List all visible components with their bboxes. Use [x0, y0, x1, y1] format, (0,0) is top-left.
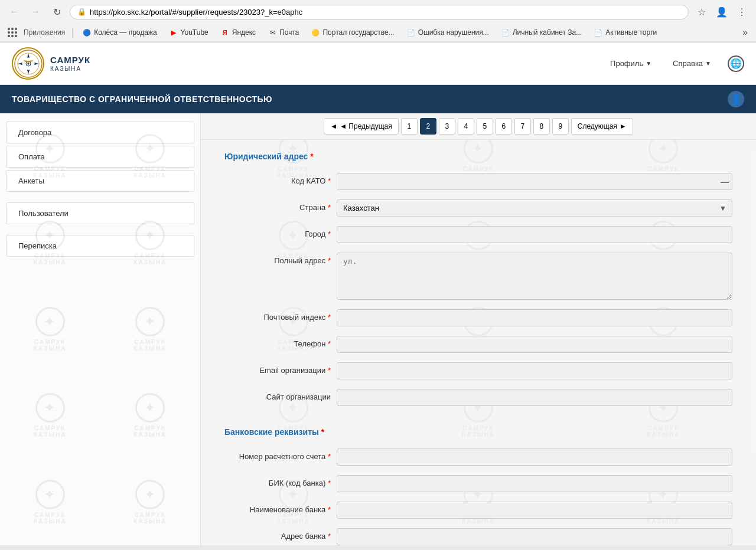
form-group-adres-banka: Адрес банка * — [224, 528, 732, 545]
form-group-pochtovin: Почтовый индекс * — [224, 309, 732, 326]
active-icon: 📄 — [594, 28, 603, 37]
page-button-2[interactable]: 2 — [420, 118, 436, 135]
user-icon[interactable]: 👤 — [728, 91, 744, 107]
sidebar-item-users[interactable]: Пользователи — [6, 202, 194, 224]
form-group-bik: БИК (код банка) * — [224, 475, 732, 492]
form-group-gorod: Город * — [224, 226, 732, 243]
pochta-icon: ✉ — [268, 28, 277, 37]
forward-button[interactable]: → — [27, 4, 44, 20]
help-nav-button[interactable]: Справка ▼ — [668, 57, 716, 70]
next-page-label: Следующая — [578, 122, 617, 130]
header-bar: ТОВАРИЩЕСТВО С ОГРАНИЧЕННОЙ ОТВЕТСТВЕННО… — [0, 85, 756, 113]
svg-marker-5 — [34, 63, 38, 65]
profile-button[interactable]: 👤 — [713, 4, 730, 20]
bookmark-cabinet[interactable]: 📄 Личный кабинет За... — [496, 27, 587, 38]
adres-banka-input[interactable] — [337, 528, 732, 545]
bookmark-yandex-label: Яндекс — [232, 28, 256, 37]
bookmark-error[interactable]: 📄 Ошибка нарушения... — [402, 27, 494, 38]
svg-marker-4 — [18, 63, 22, 65]
profile-chevron-icon: ▼ — [646, 60, 651, 67]
back-button[interactable]: ← — [6, 4, 22, 20]
prev-page-button[interactable]: ◄ ◄ Предыдущая — [324, 118, 398, 135]
main-area: ✦САМРУККАЗЫНА ✦САМРУККАЗЫНА ✦САМРУККАЗЫН… — [0, 113, 756, 545]
bookmark-error-label: Ошибка нарушения... — [418, 28, 489, 37]
bookmark-pochta[interactable]: ✉ Почта — [263, 27, 304, 38]
yandex-icon: Я — [220, 28, 230, 37]
kato-wrapper: — — [337, 173, 732, 190]
refresh-button[interactable]: ↻ — [48, 4, 65, 20]
legal-address-section-title: Юридический адрес * — [224, 152, 732, 161]
page-button-1[interactable]: 1 — [401, 118, 418, 135]
next-page-button[interactable]: Следующая ► — [571, 118, 633, 135]
pochtovin-label: Почтовый индекс * — [224, 309, 331, 322]
profile-nav-button[interactable]: Профиль ▼ — [605, 57, 656, 70]
form-group-strana: Страна * Казахстан ▼ — [224, 199, 732, 217]
pochtovin-input[interactable] — [337, 309, 732, 326]
sidebar-item-perepiska[interactable]: Переписка — [6, 235, 194, 257]
section-divider — [224, 415, 732, 427]
sidebar-item-oplata[interactable]: Оплата — [6, 146, 194, 168]
bookmark-active[interactable]: 📄 Активные торги — [589, 27, 662, 38]
form-group-email: Email организации * — [224, 362, 732, 379]
telefon-label: Телефон * — [224, 336, 331, 348]
browser-chrome: ← → ↻ 🔒 ☆ 👤 ⋮ Приложения 🔵 Колёса — прод… — [0, 0, 756, 42]
sidebar: ✦САМРУККАЗЫНА ✦САМРУККАЗЫНА ✦САМРУККАЗЫН… — [0, 113, 201, 545]
page-button-9[interactable]: 9 — [552, 118, 569, 135]
page-button-7[interactable]: 7 — [514, 118, 531, 135]
strana-select[interactable]: Казахстан — [337, 199, 732, 217]
logo-text: САМРУК КАЗЫНА — [50, 55, 90, 73]
logo-area: САМРУК КАЗЫНА — [12, 47, 90, 80]
next-arrow-icon: ► — [620, 122, 627, 130]
page-button-3[interactable]: 3 — [439, 118, 455, 135]
language-button[interactable]: 🌐 — [728, 55, 744, 72]
gorod-label: Город * — [224, 226, 331, 238]
bookmark-pochta-label: Почта — [279, 28, 299, 37]
page-button-4[interactable]: 4 — [458, 118, 474, 135]
email-label: Email организации * — [224, 362, 331, 375]
browser-actions: ☆ 👤 ⋮ — [693, 4, 750, 20]
form-content: Юридический адрес * Код КАТО * — Страна — [201, 140, 756, 545]
page-button-8[interactable]: 8 — [533, 118, 550, 135]
email-input[interactable] — [337, 362, 732, 379]
bookmark-star-button[interactable]: ☆ — [693, 4, 710, 20]
kato-input[interactable] — [337, 173, 732, 190]
browser-toolbar: ← → ↻ 🔒 ☆ 👤 ⋮ — [0, 0, 756, 24]
sidebar-item-dogovora[interactable]: Договора — [6, 122, 194, 143]
bookmark-youtube-label: YouTube — [181, 28, 208, 37]
page-button-5[interactable]: 5 — [477, 118, 493, 135]
bookmark-active-label: Активные торги — [605, 28, 657, 37]
legal-required-star: * — [310, 152, 313, 161]
nomer-scheta-input[interactable] — [337, 448, 732, 466]
polny-adres-label: Полный адрес * — [224, 253, 331, 265]
portal-icon: 🟡 — [311, 28, 320, 37]
bookmarks-more-button[interactable]: » — [740, 27, 750, 38]
sait-input[interactable] — [337, 389, 732, 406]
naim-banka-input[interactable] — [337, 502, 732, 519]
bik-input[interactable] — [337, 475, 732, 492]
sidebar-item-ankety[interactable]: Анкеты — [6, 170, 194, 192]
content-area: ✦САМРУККАЗЫНА ✦САМРУККАЗЫНА ✦САМРУККАЗЫН… — [201, 113, 756, 545]
kato-action-button[interactable]: — — [721, 177, 729, 186]
adres-banka-label: Адрес банка * — [224, 528, 331, 541]
nomer-scheta-label: Номер расчетного счета * — [224, 448, 331, 461]
polny-adres-textarea[interactable] — [337, 253, 732, 300]
kolesa-icon: 🔵 — [82, 28, 92, 37]
bookmark-kolesa-label: Колёса — продажа — [94, 28, 157, 37]
apps-button[interactable] — [6, 26, 19, 39]
prev-arrow-icon: ◄ — [330, 122, 337, 130]
bookmark-portal[interactable]: 🟡 Портал государстве... — [306, 27, 399, 38]
bookmark-kolesa[interactable]: 🔵 Колёса — продажа — [77, 27, 161, 38]
bookmark-yandex[interactable]: Я Яндекс — [216, 27, 260, 38]
page-button-6[interactable]: 6 — [496, 118, 512, 135]
lock-icon: 🔒 — [77, 8, 86, 16]
bookmark-youtube[interactable]: ▶ YouTube — [164, 27, 213, 38]
gorod-input[interactable] — [337, 226, 732, 243]
more-button[interactable]: ⋮ — [734, 4, 750, 20]
bookmark-cabinet-label: Личный кабинет За... — [513, 28, 582, 37]
telefon-input[interactable] — [337, 336, 732, 353]
form-group-polny-adres: Полный адрес * — [224, 253, 732, 300]
help-chevron-icon: ▼ — [705, 60, 711, 67]
bookmarks-label: Приложения — [24, 28, 65, 37]
url-input[interactable] — [90, 8, 681, 17]
banking-required-star: * — [321, 427, 324, 437]
